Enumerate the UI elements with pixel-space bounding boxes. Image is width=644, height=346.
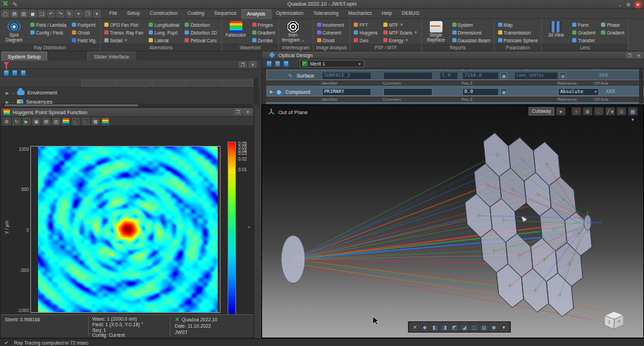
add-icon[interactable]	[4, 70, 9, 76]
gaussian-beam-button[interactable]: Gaussian Beam	[451, 37, 492, 44]
field-vig-button[interactable]: Field Vig.	[70, 37, 98, 44]
tree-item-environment[interactable]: ▶ – Environment	[0, 88, 250, 97]
collapse-icon[interactable]	[283, 61, 289, 67]
undo-icon[interactable]: ↶	[47, 10, 55, 18]
table-row-compound-primary[interactable]: ▶ Compound PRIMARY 0.0 ▦ Absolute▼ XXX	[266, 86, 644, 97]
float-panel-icon[interactable]: ❐	[626, 52, 633, 58]
view-bottom-icon[interactable]: ◨	[440, 323, 449, 331]
falsecolor-button[interactable]: Falsecolor	[224, 20, 248, 38]
menu-tab-setup[interactable]: Setup	[122, 9, 144, 19]
ruler-icon[interactable]: ∟	[594, 107, 604, 116]
close-panel-icon[interactable]: ✕	[244, 109, 252, 115]
save-all-icon[interactable]: ❏	[38, 10, 46, 18]
redo-icon[interactable]: ↷	[56, 10, 64, 18]
footprint-button[interactable]: Footprint	[70, 21, 98, 28]
transv-ray-fan-button[interactable]: Transv. Ray Fan	[103, 29, 144, 36]
collapse-icon[interactable]	[20, 70, 26, 76]
close-panel-icon[interactable]: ✕	[635, 52, 643, 58]
menu-tab-tolerancing[interactable]: Tolerancing	[309, 9, 344, 19]
sync-icon[interactable]: ↻	[66, 10, 73, 18]
expression-icon[interactable]: ▦	[500, 88, 507, 96]
folder-icon[interactable]: ▤	[559, 72, 566, 80]
radius-field[interactable]: 1.0	[440, 72, 458, 80]
lateral-button[interactable]: Lateral	[147, 37, 180, 44]
longitudinal-button[interactable]: Longitudinal	[147, 21, 180, 28]
view-right-icon[interactable]: ◪	[460, 323, 469, 331]
reference-dropdown[interactable]: Absolute▼	[558, 88, 599, 96]
phase-button[interactable]: Phase	[600, 21, 626, 28]
gradient-button[interactable]: Gradient	[600, 29, 626, 36]
ray-style-icon[interactable]: ╱ ▾	[605, 107, 615, 116]
view-custom-icon[interactable]: ◉	[490, 323, 498, 331]
3d-viewport[interactable]: Out of Plane Cutaway ▾ ✛ ⚙ ∟ ╱ ▾ ⚿ ▦ ▾ ✕…	[261, 104, 644, 338]
folder-icon[interactable]: ▤	[42, 118, 50, 125]
fft-button[interactable]: FFT	[352, 21, 379, 28]
mtf-scans-button[interactable]: MTF Scans▼	[382, 29, 419, 36]
config-field-button[interactable]: Config / Field	[29, 29, 68, 36]
optical-design-titlebar[interactable]: Optical Design ❐ ✕	[262, 51, 644, 59]
close-panel-icon[interactable]: ✕	[249, 61, 256, 68]
float-panel-icon[interactable]: ❐	[234, 109, 242, 115]
menu-tab-analysis[interactable]: Analysis	[242, 9, 271, 19]
export-icon[interactable]: ▥	[52, 118, 60, 125]
fringes-button[interactable]: Fringes	[251, 21, 277, 28]
psf-window-titlebar[interactable]: Huygens Point Spread Function ❐ ✕	[1, 108, 254, 117]
key-icon[interactable]: ⚿	[617, 107, 626, 116]
mtf-button[interactable]: MTF▼	[382, 21, 419, 28]
ghost-button[interactable]: Ghost	[70, 29, 98, 36]
view-left-icon[interactable]: ◩	[450, 323, 459, 331]
refresh-icon[interactable]: ↻	[13, 118, 20, 125]
filter-icon[interactable]	[4, 62, 9, 66]
form-button[interactable]: Form	[571, 21, 597, 28]
huygens-button[interactable]: Huygens	[352, 29, 379, 36]
long-pupil-button[interactable]: Long. Pupil	[147, 29, 180, 36]
settings-icon[interactable]: ⚙	[583, 107, 593, 116]
pointer-icon[interactable]: ▶	[23, 118, 30, 125]
incoherent-button[interactable]: Incoherent	[316, 21, 346, 28]
merit-selector[interactable]: Merit 1 ▼	[299, 60, 364, 68]
zernike-button[interactable]: Zernike	[251, 37, 277, 44]
dimensions-button[interactable]: Dimensions	[451, 29, 492, 36]
shading-icon[interactable]: ▦ ▾	[628, 107, 638, 116]
psf-heatmap[interactable]	[38, 147, 218, 312]
ghost-button[interactable]: Ghost	[316, 37, 346, 44]
more-icon[interactable]: ▾	[93, 10, 101, 18]
menu-tab-optimization[interactable]: Optimization	[271, 9, 309, 19]
3d-view-button[interactable]: 3d View	[544, 20, 568, 38]
open-icon[interactable]: ▤	[11, 10, 18, 18]
panel-grip-icon[interactable]: ≡	[247, 225, 250, 230]
axis-corner2-icon[interactable]: ∟	[82, 118, 89, 125]
off-axis-value[interactable]: XXX	[599, 73, 608, 78]
open-recent-icon[interactable]: ▥	[20, 10, 27, 18]
view-front-icon[interactable]: ◫	[470, 323, 478, 331]
transfer-button[interactable]: Transfer	[571, 37, 597, 44]
inter-ferogram-button[interactable]: Inter-ferogram ⌄	[281, 20, 305, 42]
poincare-sphere-button[interactable]: Poincare Sphere	[497, 37, 539, 44]
spot-diagram-button[interactable]: Spot Diagram	[2, 20, 26, 42]
gear-icon[interactable]: ⚙	[624, 1, 633, 8]
menu-tab-coating[interactable]: Coating	[182, 9, 209, 19]
expression-icon[interactable]: ▦	[500, 72, 507, 80]
opd-fan-plot-button[interactable]: OPD Fan Plot	[103, 21, 144, 28]
view-iso-icon[interactable]: ◆	[421, 323, 429, 331]
comment-field[interactable]	[383, 88, 433, 96]
tab-system-setup[interactable]: System Setup	[1, 51, 47, 61]
energy-button[interactable]: Energy▼	[382, 37, 419, 44]
aperture-field[interactable]: CAAS_VERTEX	[514, 72, 558, 80]
distortion-2d-button[interactable]: Distortion 2D	[183, 29, 218, 36]
grid-icon[interactable]: ▦	[92, 118, 99, 125]
table-row-surface-top[interactable]: ✎ Surface SURFACE_2 1.0 7169.0 ▦ CAAS_VE…	[266, 70, 644, 80]
add-icon[interactable]	[266, 61, 272, 67]
new-file-icon[interactable]: ▢	[1, 10, 9, 18]
more-views-icon[interactable]: ▾	[500, 323, 508, 331]
axis-corner-icon[interactable]: ∟	[72, 118, 80, 125]
raytrace-scene[interactable]	[262, 105, 644, 338]
view-top-icon[interactable]: ◧	[431, 323, 439, 331]
transmission-button[interactable]: Transmission	[497, 29, 539, 36]
pos-z-field[interactable]: 7169.0	[462, 72, 499, 80]
expand-icon[interactable]	[12, 70, 18, 76]
single-raytrace-button[interactable]: Single Raytrace	[424, 20, 448, 42]
menu-tab-mechanics[interactable]: Mechanics	[343, 9, 376, 19]
map-button[interactable]: Map	[497, 21, 539, 28]
lock-icon[interactable]: ▣	[32, 118, 40, 125]
